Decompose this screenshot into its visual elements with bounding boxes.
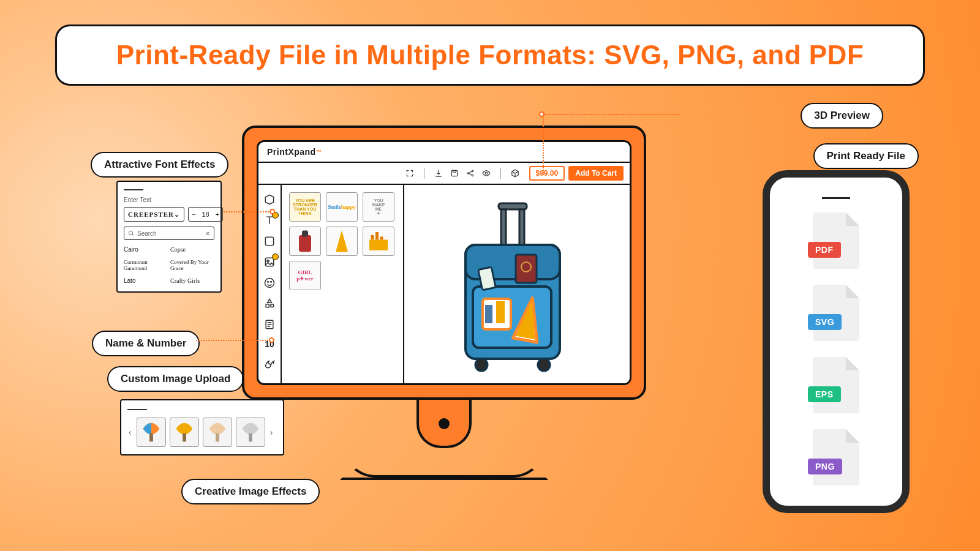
svg-rect-5 — [265, 237, 273, 245]
svg-point-2 — [472, 170, 473, 171]
svg-rect-16 — [369, 240, 388, 251]
svg-point-32 — [475, 359, 488, 371]
toolbar-separator — [500, 168, 501, 179]
file-formats-phone: PDFSVGEPSPNG — [763, 170, 910, 513]
callout-font-effects: Attractive Font Effects — [91, 152, 228, 178]
toolbar-separator — [424, 168, 424, 179]
svg-rect-26 — [516, 255, 537, 283]
callout-image-effects: Creative Image Effects — [181, 479, 320, 504]
file-format-list: PDFSVGEPSPNG — [785, 212, 888, 485]
image-upload-icon[interactable] — [263, 256, 276, 268]
file-format-png: PNG — [813, 429, 859, 485]
svg-rect-18 — [375, 232, 379, 240]
quote-tool-icon[interactable] — [263, 358, 276, 370]
name-number-icon[interactable]: 10 — [265, 339, 274, 349]
gallery-thumb[interactable]: GIRLp✦wer — [289, 261, 321, 290]
clipart-icon[interactable] — [263, 235, 276, 247]
clipart-gallery: YOU ARESTRONGERTHAN YOUTHINK Smilehappy … — [282, 185, 404, 383]
prev-effect-button[interactable]: ‹ — [127, 427, 133, 437]
effect-thumb[interactable] — [203, 418, 232, 447]
plus-icon[interactable]: + — [213, 211, 222, 218]
file-format-pdf: PDF — [813, 212, 859, 269]
save-icon[interactable] — [450, 169, 459, 178]
font-search-input[interactable]: Search ✕ — [124, 227, 214, 240]
effect-thumb[interactable] — [170, 418, 199, 447]
font-search-placeholder: Search — [137, 230, 157, 237]
preview-eye-icon[interactable] — [482, 169, 491, 178]
font-input-label: Enter Text — [124, 197, 214, 203]
font-option[interactable]: Crafty Girls — [170, 276, 214, 285]
svg-rect-36 — [183, 433, 186, 441]
cube-3d-icon[interactable] — [511, 169, 519, 178]
font-size-stepper[interactable]: − 18 + — [188, 207, 223, 222]
gallery-thumb[interactable]: YOU ARESTRONGERTHAN YOUTHINK — [289, 192, 321, 222]
svg-point-3 — [472, 174, 473, 176]
gallery-thumb[interactable]: Smilehappy — [326, 192, 358, 222]
suitcase-product-illustration — [448, 201, 577, 384]
svg-rect-35 — [149, 433, 153, 441]
font-family-select[interactable]: CREEPSTER ⌄ — [124, 207, 184, 222]
svg-point-1 — [467, 173, 469, 174]
emoji-icon[interactable] — [263, 277, 276, 289]
monitor-camera-icon — [439, 418, 450, 429]
minus-icon[interactable]: − — [189, 211, 198, 218]
svg-point-12 — [271, 304, 274, 307]
app-toolbar: $99.00 Add To Cart — [258, 163, 630, 185]
shapes-icon[interactable] — [263, 298, 276, 310]
gallery-thumb[interactable] — [363, 227, 394, 256]
app-body: 10 YOU ARESTRONGERTHAN YOUTHINK Smilehap… — [258, 185, 630, 383]
add-to-cart-button[interactable]: Add To Cart — [568, 166, 624, 181]
file-format-label: PDF — [808, 242, 841, 258]
svg-rect-0 — [451, 170, 457, 176]
svg-point-33 — [538, 359, 550, 371]
chevron-down-icon: ⌄ — [174, 211, 180, 219]
svg-rect-31 — [496, 301, 505, 323]
effect-thumb[interactable] — [236, 418, 265, 447]
svg-point-8 — [265, 279, 274, 288]
app-brand-bar: PrintXpand ™ — [258, 142, 630, 163]
download-icon[interactable] — [434, 169, 443, 178]
text-tool-icon[interactable] — [263, 214, 276, 227]
price-display: $99.00 — [529, 166, 565, 181]
font-option[interactable]: Cairo — [124, 245, 168, 254]
image-effects-panel: ‹ › — [120, 399, 284, 455]
monitor-stand-base — [340, 447, 548, 480]
font-option[interactable]: Lato — [124, 276, 168, 285]
template-icon[interactable] — [263, 318, 276, 331]
share-icon[interactable] — [466, 169, 475, 178]
svg-point-9 — [268, 282, 269, 283]
tool-rail: 10 — [258, 185, 282, 383]
file-format-label: SVG — [808, 314, 842, 330]
design-canvas[interactable] — [404, 185, 630, 383]
headline-text: Print-Ready File in Multiple Formats: SV… — [75, 40, 905, 70]
font-option[interactable]: Copse — [170, 245, 214, 254]
callout-print-ready: Print Ready File — [813, 143, 919, 169]
panel-handle — [127, 409, 147, 410]
file-format-eps: EPS — [813, 357, 859, 413]
svg-rect-14 — [299, 235, 311, 252]
app-window: PrintXpand ™ $99.00 Add To Cart — [257, 140, 631, 385]
gallery-thumb[interactable] — [289, 227, 321, 256]
toolbar-group-view — [405, 168, 519, 179]
svg-point-4 — [485, 172, 488, 174]
clear-icon[interactable]: ✕ — [205, 230, 210, 237]
next-effect-button[interactable]: › — [269, 427, 274, 437]
effect-thumb[interactable] — [137, 418, 166, 447]
svg-point-34 — [129, 231, 132, 234]
callout-3d-preview: 3D Preview — [801, 103, 883, 129]
font-option[interactable]: Covered By Your Grace — [170, 258, 214, 272]
svg-point-10 — [271, 282, 272, 283]
font-family-list: Cairo Copse Cormorant Garamond Covered B… — [124, 245, 214, 285]
font-option[interactable]: Cormorant Garamond — [124, 258, 168, 272]
file-format-label: PNG — [808, 459, 842, 474]
svg-rect-17 — [371, 235, 374, 240]
gallery-thumb[interactable] — [326, 227, 358, 256]
svg-rect-21 — [501, 209, 506, 245]
callout-name-number: Name & Number — [92, 331, 200, 356]
product-icon[interactable] — [263, 193, 276, 206]
expand-icon[interactable] — [405, 169, 414, 178]
svg-rect-22 — [519, 209, 524, 245]
svg-rect-38 — [249, 433, 252, 441]
gallery-thumb[interactable]: YOUMAKEME✦ — [363, 192, 394, 222]
panel-handle — [124, 189, 143, 190]
